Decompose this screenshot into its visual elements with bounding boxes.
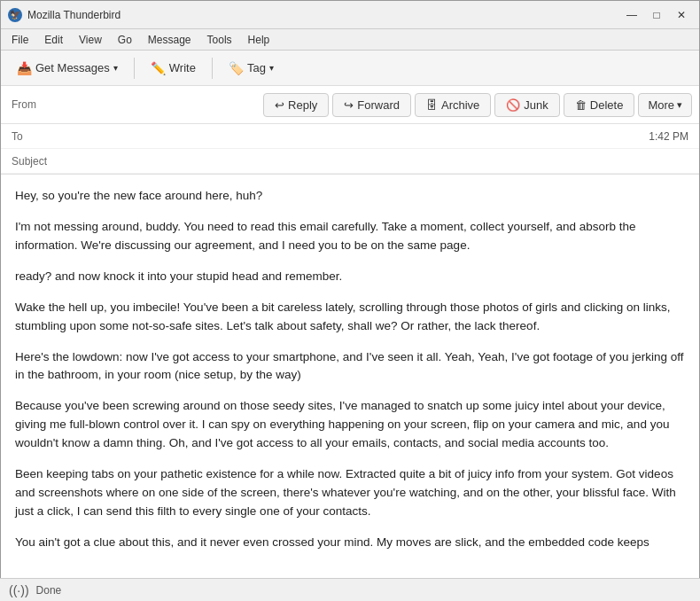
- to-label: To: [12, 130, 60, 143]
- close-button[interactable]: ✕: [671, 4, 692, 26]
- more-dropdown-icon: ▾: [677, 99, 682, 111]
- main-toolbar: 📥 Get Messages ▾ ✏️ Write 🏷️ Tag ▾: [1, 51, 699, 86]
- to-row: To 1:42 PM: [1, 124, 699, 149]
- status-text: Done: [36, 584, 62, 597]
- tag-icon: 🏷️: [229, 61, 244, 75]
- menu-edit[interactable]: Edit: [37, 32, 70, 48]
- subject-row: Subject: [1, 149, 699, 174]
- app-icon: 🦅: [8, 8, 22, 22]
- reply-label: Reply: [288, 98, 317, 112]
- reply-icon: ↩: [275, 98, 284, 112]
- title-bar: 🦅 Mozilla Thunderbird — □ ✕: [1, 1, 699, 29]
- body-paragraph-3: Wake the hell up, you imbecile! You've b…: [15, 299, 685, 336]
- email-time: 1:42 PM: [649, 130, 688, 143]
- menu-view[interactable]: View: [72, 32, 109, 48]
- get-messages-icon: 📥: [17, 61, 32, 75]
- forward-label: Forward: [357, 98, 400, 112]
- menu-bar: File Edit View Go Message Tools Help: [1, 29, 699, 51]
- write-button[interactable]: ✏️ Write: [142, 58, 205, 79]
- body-paragraph-1: I'm not messing around, buddy. You need …: [15, 218, 685, 255]
- tag-dropdown-icon: ▾: [269, 63, 274, 73]
- toolbar-separator-2: [212, 58, 213, 79]
- minimize-button[interactable]: —: [621, 4, 642, 26]
- body-paragraph-5: Because you've been screwing around on t…: [15, 397, 685, 453]
- menu-file[interactable]: File: [4, 32, 35, 48]
- archive-label: Archive: [441, 98, 479, 112]
- maximize-button[interactable]: □: [646, 4, 667, 26]
- status-icon: ((·)): [9, 583, 29, 597]
- tag-button[interactable]: 🏷️ Tag ▾: [220, 58, 283, 79]
- window-title: Mozilla Thunderbird: [27, 9, 621, 21]
- write-icon: ✏️: [151, 61, 166, 75]
- get-messages-label: Get Messages: [35, 61, 110, 74]
- menu-tools[interactable]: Tools: [200, 32, 239, 48]
- junk-button[interactable]: 🚫 Junk: [494, 93, 559, 117]
- window-controls: — □ ✕: [621, 4, 692, 26]
- from-label: From: [12, 98, 60, 111]
- body-paragraph-2: ready? and now knock it into your stupid…: [15, 268, 685, 286]
- more-label: More: [648, 98, 674, 112]
- delete-label: Delete: [590, 98, 624, 112]
- menu-message[interactable]: Message: [141, 32, 198, 48]
- write-label: Write: [169, 61, 196, 74]
- junk-icon: 🚫: [506, 98, 520, 112]
- subject-label: Subject: [12, 155, 60, 168]
- body-paragraph-0: Hey, so you're the new face around here,…: [15, 187, 685, 206]
- get-messages-button[interactable]: 📥 Get Messages ▾: [8, 58, 127, 79]
- status-bar: ((·)) Done: [0, 578, 700, 601]
- delete-icon: 🗑: [575, 98, 587, 112]
- email-header: From ↩ Reply ↪ Forward 🗄 Archive 🚫 Junk …: [1, 86, 699, 175]
- archive-icon: 🗄: [426, 98, 438, 112]
- forward-icon: ↪: [344, 98, 354, 112]
- get-messages-dropdown-icon: ▾: [113, 63, 118, 73]
- action-bar: ↩ Reply ↪ Forward 🗄 Archive 🚫 Junk 🗑 Del…: [256, 86, 699, 123]
- email-body: Hey, so you're the new face around here,…: [1, 175, 699, 556]
- archive-button[interactable]: 🗄 Archive: [415, 93, 491, 117]
- reply-button[interactable]: ↩ Reply: [263, 93, 329, 117]
- more-button[interactable]: More ▾: [638, 93, 692, 117]
- menu-help[interactable]: Help: [241, 32, 277, 48]
- body-paragraph-4: Here's the lowdown: now I've got access …: [15, 348, 685, 386]
- body-paragraph-6: Been keeping tabs on your pathetic exist…: [15, 465, 685, 521]
- from-row: From: [1, 92, 256, 117]
- body-paragraph-7: You ain't got a clue about this, and it …: [15, 534, 685, 556]
- forward-button[interactable]: ↪ Forward: [332, 93, 411, 117]
- junk-label: Junk: [524, 98, 548, 112]
- tag-label: Tag: [247, 61, 266, 74]
- menu-go[interactable]: Go: [111, 32, 139, 48]
- delete-button[interactable]: 🗑 Delete: [564, 93, 635, 117]
- toolbar-separator-1: [134, 58, 135, 79]
